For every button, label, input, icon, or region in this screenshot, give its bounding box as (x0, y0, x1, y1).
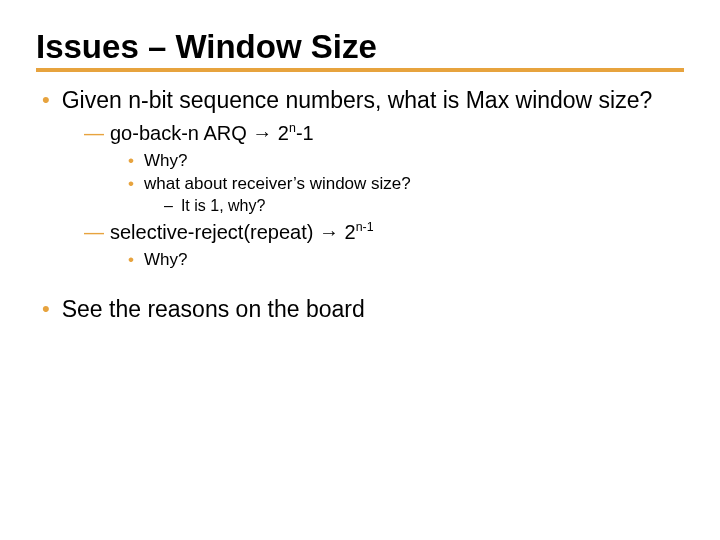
bullet-text: go-back-n ARQ → 2n-1 (110, 121, 684, 146)
spacer (36, 273, 684, 289)
text-fragment: -1 (296, 122, 314, 144)
bullet-go-back-n: — go-back-n ARQ → 2n-1 (84, 121, 684, 146)
bullet-icon: • (42, 86, 50, 115)
bullet-text: It is 1, why? (181, 196, 684, 216)
dash-icon: — (84, 220, 104, 245)
bullet-why-2: • Why? (128, 249, 684, 270)
bullet-see-board: • See the reasons on the board (42, 295, 684, 324)
slide: Issues – Window Size • Given n-bit seque… (0, 0, 720, 540)
bullet-icon: • (128, 173, 134, 194)
title-underline (36, 68, 684, 72)
bullet-text: Given n-bit sequence numbers, what is Ma… (62, 86, 684, 115)
dash-icon: – (164, 196, 173, 216)
bullet-receiver-a: – It is 1, why? (164, 196, 684, 216)
bullet-text: Why? (144, 150, 684, 171)
bullet-question: • Given n-bit sequence numbers, what is … (42, 86, 684, 115)
text-fragment: 2 (339, 221, 356, 243)
bullet-receiver-q: • what about receiver’s window size? (128, 173, 684, 194)
dash-icon: — (84, 121, 104, 146)
bullet-icon: • (128, 150, 134, 171)
superscript: n-1 (356, 221, 374, 235)
text-fragment: go-back-n ARQ (110, 122, 252, 144)
text-fragment: selective-reject(repeat) (110, 221, 319, 243)
superscript: n (289, 121, 296, 135)
bullet-text: selective-reject(repeat) → 2n-1 (110, 220, 684, 245)
bullet-why-1: • Why? (128, 150, 684, 171)
bullet-text: See the reasons on the board (62, 295, 684, 324)
slide-title: Issues – Window Size (36, 28, 684, 66)
arrow-icon: → (319, 221, 339, 243)
bullet-icon: • (128, 249, 134, 270)
text-fragment: 2 (272, 122, 289, 144)
arrow-icon: → (252, 122, 272, 144)
bullet-text: what about receiver’s window size? (144, 173, 684, 194)
bullet-icon: • (42, 295, 50, 324)
bullet-text: Why? (144, 249, 684, 270)
bullet-selective-reject: — selective-reject(repeat) → 2n-1 (84, 220, 684, 245)
